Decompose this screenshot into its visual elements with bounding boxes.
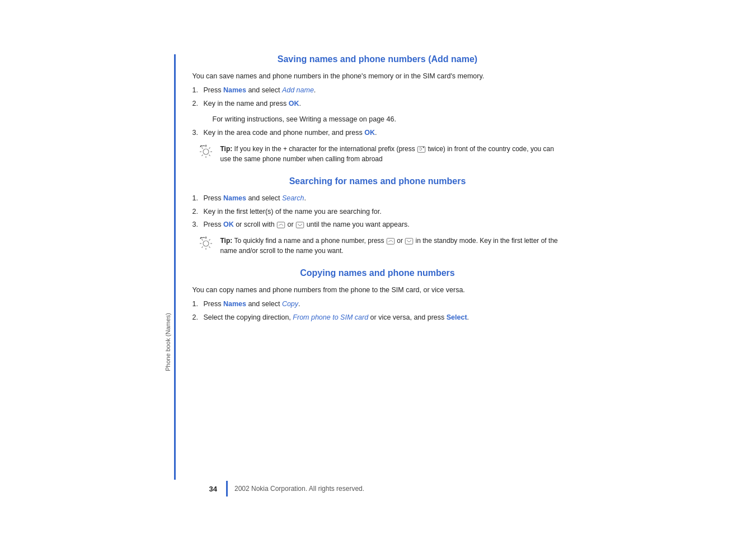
heading-saving: Saving names and phone numbers (Add name…	[192, 54, 563, 64]
tip-icon-saving	[198, 143, 216, 161]
intro-copying: You can copy names and phone numbers fro…	[192, 285, 563, 296]
tip-icon-searching	[198, 235, 216, 252]
sun-star-icon	[198, 143, 214, 158]
tip-searching-text: Tip: To quickly find a name and a phone …	[220, 236, 563, 256]
steps-copying: 1. Press Names and select Copy. 2. Selec…	[192, 299, 563, 323]
page-container: Phone book (Names) Saving names and phon…	[0, 0, 756, 534]
step-search-2: 2. Key in the first letter(s) of the nam…	[192, 207, 563, 217]
svg-point-11	[423, 147, 424, 148]
step-saving-3: 3. Key in the area code and phone number…	[192, 128, 563, 138]
names-link-3: Names	[223, 300, 246, 308]
svg-point-9	[205, 144, 206, 146]
tip-saving-text: Tip: If you key in the + character for t…	[220, 144, 563, 164]
section-copying: Copying names and phone numbers You can …	[192, 268, 563, 322]
svg-rect-24	[387, 238, 395, 245]
intro-saving: You can save names and phone numbers in …	[192, 71, 563, 82]
step-search-3: 3. Press OK or scroll with or until the …	[192, 219, 563, 230]
svg-line-22	[201, 247, 203, 248]
svg-rect-25	[406, 238, 414, 245]
step-copy-2: 2. Select the copying direction, From ph…	[192, 312, 563, 323]
svg-rect-13	[296, 222, 304, 228]
footer-blue-bar	[226, 481, 228, 496]
phone-down-icon	[295, 222, 304, 228]
svg-line-7	[209, 147, 210, 148]
svg-point-0	[203, 149, 209, 154]
tip-searching: Tip: To quickly find a name and a phone …	[192, 236, 563, 256]
svg-point-23	[205, 237, 206, 238]
heading-copying: Copying names and phone numbers	[192, 268, 563, 278]
select-link: Select	[447, 313, 467, 321]
add-name-link: Add name	[282, 86, 314, 94]
from-phone-link: From phone to SIM card	[293, 313, 368, 321]
main-content: Saving names and phone numbers (Add name…	[176, 21, 597, 513]
svg-line-6	[209, 154, 210, 156]
svg-line-8	[201, 154, 203, 156]
ok-link-2: OK	[364, 129, 375, 137]
step-saving-2a: For writing instructions, see Writing a …	[192, 114, 563, 125]
sidebar-label: Phone book (Names)	[165, 313, 171, 371]
ok-link-1: OK	[289, 100, 299, 107]
svg-line-19	[201, 239, 203, 240]
search-link: Search	[282, 194, 304, 202]
phone-icon-1	[417, 146, 426, 153]
svg-rect-12	[277, 222, 285, 228]
phone-icon-tip2b	[405, 238, 414, 245]
phone-up-icon	[276, 222, 285, 228]
sun-star-icon-2	[198, 235, 214, 250]
svg-line-5	[201, 147, 203, 148]
sidebar: Phone book (Names)	[160, 21, 176, 513]
section-saving: Saving names and phone numbers (Add name…	[192, 54, 563, 164]
step-copy-1: 1. Press Names and select Copy.	[192, 299, 563, 310]
svg-point-14	[203, 241, 209, 246]
footer: 34 2002 Nokia Corporation. All rights re…	[209, 481, 365, 496]
heading-searching: Searching for names and phone numbers	[192, 176, 563, 186]
names-link-2: Names	[223, 194, 246, 202]
step-saving-1: 1. Press Names and select Add name.	[192, 85, 563, 96]
copy-link: Copy	[282, 300, 298, 308]
step-search-1: 1. Press Names and select Search.	[192, 193, 563, 204]
section-searching: Searching for names and phone numbers 1.…	[192, 176, 563, 256]
ok-link-3: OK	[223, 221, 234, 228]
names-link-1: Names	[223, 86, 246, 94]
svg-line-20	[209, 247, 210, 248]
steps-saving: 1. Press Names and select Add name. 2. K…	[192, 85, 563, 109]
footer-copyright: 2002 Nokia Corporation. All rights reser…	[234, 485, 364, 493]
steps-saving-3: 3. Key in the area code and phone number…	[192, 128, 563, 138]
step-saving-2: 2. Key in the name and press OK.	[192, 99, 563, 109]
tip-saving: Tip: If you key in the + character for t…	[192, 144, 563, 164]
svg-line-21	[209, 239, 210, 240]
document-page: Phone book (Names) Saving names and phon…	[160, 21, 597, 513]
steps-searching: 1. Press Names and select Search. 2. Key…	[192, 193, 563, 230]
page-number: 34	[209, 485, 217, 493]
phone-icon-tip2a	[386, 238, 395, 245]
